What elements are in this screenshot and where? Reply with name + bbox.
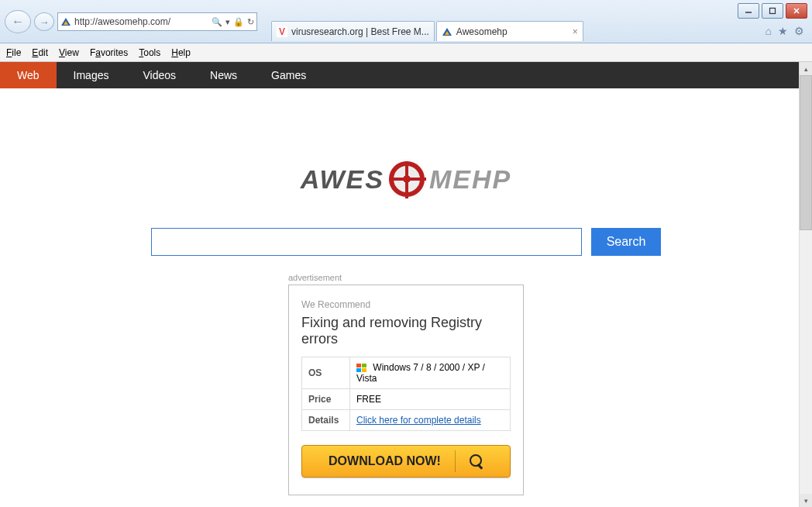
scroll-up-button[interactable]: ▴ <box>800 62 812 75</box>
category-videos[interactable]: Videos <box>126 62 193 88</box>
tab-close-icon[interactable]: × <box>573 26 578 37</box>
favorites-icon[interactable]: ★ <box>778 25 788 37</box>
details-label: Details <box>302 410 350 431</box>
tab-awesomehp[interactable]: Awesomehp × <box>436 21 583 41</box>
menu-favorites[interactable]: Favorites <box>90 47 128 58</box>
category-bar: Web Images Videos News Games <box>0 62 812 88</box>
ad-box: We Recommend Fixing and removing Registr… <box>288 285 524 495</box>
address-bar[interactable]: http://awesomehp.com/ 🔍 ▾ 🔒 ↻ <box>57 12 257 31</box>
back-button[interactable]: ← <box>5 10 31 33</box>
window-titlebar: ← → http://awesomehp.com/ 🔍 ▾ 🔒 ↻ V viru… <box>0 0 812 43</box>
menu-view[interactable]: View <box>59 47 79 58</box>
tab-title: virusresearch.org | Best Free M... <box>291 26 429 37</box>
logo-text-right: MEHP <box>429 164 511 195</box>
logo-text-left: AWES <box>301 164 384 195</box>
ad-details-table: OS Windows 7 / 8 / 2000 / XP / Vista Pri… <box>301 357 511 431</box>
details-link[interactable]: Click here for complete details <box>356 415 481 426</box>
forward-button[interactable]: → <box>34 12 54 31</box>
vertical-scrollbar[interactable]: ▴ ▾ <box>799 62 812 507</box>
search-dropdown-icon[interactable]: 🔍 <box>212 17 222 27</box>
price-label: Price <box>302 389 350 410</box>
search-input[interactable] <box>151 228 582 256</box>
page-viewport: Web Images Videos News Games AWES MEHP S… <box>0 62 812 507</box>
category-news[interactable]: News <box>193 62 254 88</box>
button-divider <box>455 450 456 472</box>
site-logo: AWES MEHP <box>301 158 511 200</box>
os-label: OS <box>302 357 350 389</box>
windows-flag-icon <box>356 364 367 373</box>
maximize-button[interactable] <box>762 3 783 19</box>
menu-edit[interactable]: Edit <box>32 47 48 58</box>
ad-title: Fixing and removing Registry errors <box>301 315 511 347</box>
home-icon[interactable]: ⌂ <box>766 25 772 37</box>
magnifier-icon <box>470 454 483 468</box>
table-row: Price FREE <box>302 389 511 410</box>
site-favicon-icon <box>60 16 71 27</box>
address-url: http://awesomehp.com/ <box>74 16 208 27</box>
main-content: AWES MEHP Search advertisement We Recomm… <box>0 88 812 495</box>
price-value: FREE <box>350 389 511 410</box>
category-games[interactable]: Games <box>254 62 323 88</box>
dropdown-icon[interactable]: ▾ <box>225 17 230 27</box>
category-web[interactable]: Web <box>0 62 57 88</box>
chrome-toolbar-icons: ⌂ ★ ⚙ <box>766 25 804 37</box>
cert-icon[interactable]: 🔒 <box>233 17 244 27</box>
menu-tools[interactable]: Tools <box>139 47 160 58</box>
download-button[interactable]: DOWNLOAD NOW! <box>301 445 511 478</box>
menu-file[interactable]: File <box>6 47 21 58</box>
svg-rect-1 <box>770 9 776 14</box>
search-button[interactable]: Search <box>591 228 661 256</box>
refresh-icon[interactable]: ↻ <box>247 17 254 27</box>
table-row: Details Click here for complete details <box>302 410 511 431</box>
address-tools: 🔍 ▾ 🔒 ↻ <box>212 17 254 27</box>
scroll-thumb[interactable] <box>800 75 812 230</box>
category-images[interactable]: Images <box>57 62 126 88</box>
settings-icon[interactable]: ⚙ <box>794 25 804 37</box>
tab-favicon-icon <box>442 26 452 37</box>
browser-tabs: V virusresearch.org | Best Free M... Awe… <box>271 21 583 41</box>
minimize-button[interactable] <box>738 3 759 19</box>
tab-title: Awesomehp <box>456 26 569 37</box>
tab-virusresearch[interactable]: V virusresearch.org | Best Free M... <box>271 21 435 41</box>
menu-bar: File Edit View Favorites Tools Help <box>0 43 812 62</box>
search-row: Search <box>150 228 662 256</box>
scroll-down-button[interactable]: ▾ <box>800 494 812 507</box>
window-controls <box>738 3 807 19</box>
logo-target-icon <box>384 158 429 200</box>
tab-favicon-icon: V <box>277 26 287 37</box>
close-button[interactable] <box>786 3 807 19</box>
ad-recommend-text: We Recommend <box>301 299 511 310</box>
table-row: OS Windows 7 / 8 / 2000 / XP / Vista <box>302 357 511 389</box>
os-value: Windows 7 / 8 / 2000 / XP / Vista <box>350 357 511 389</box>
ad-label: advertisement <box>288 273 524 282</box>
download-button-label: DOWNLOAD NOW! <box>329 454 441 468</box>
menu-help[interactable]: Help <box>171 47 191 58</box>
